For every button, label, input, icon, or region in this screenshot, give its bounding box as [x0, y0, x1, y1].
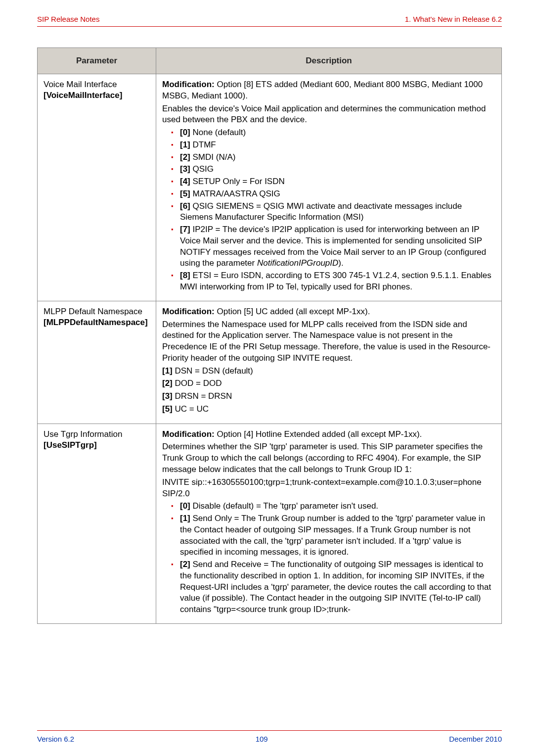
bullet-key: [2] — [180, 560, 190, 569]
list-item: [5] MATRA/AASTRA QSIG — [171, 189, 495, 200]
bullet-key: [6] — [180, 201, 190, 211]
page-header: SIP Release Notes 1. What's New in Relea… — [37, 15, 502, 27]
bullet-val: SMDI (N/A) — [190, 152, 236, 162]
param-cell: Voice Mail Interface [VoiceMailInterface… — [38, 74, 156, 301]
line-key: [5] — [162, 404, 173, 414]
desc-bullets: [0] None (default) [1] DTMF [2] SMDI (N/… — [162, 127, 495, 293]
bullet-val: Send and Receive = The functionality of … — [180, 560, 491, 614]
mod-rest: Option [5] UC added (all except MP-1xx). — [215, 307, 370, 316]
list-item: [1] DTMF — [171, 140, 495, 151]
desc-cell: Modification: Option [8] ETS added (Medi… — [156, 74, 502, 301]
mod-label: Modification: — [162, 307, 215, 316]
desc-cell: Modification: Option [5] UC added (all e… — [156, 301, 502, 424]
footer-right: December 2010 — [449, 735, 502, 743]
desc-code: INVITE sip::+16305550100;tgrp=1;trunk-co… — [162, 477, 495, 500]
bullet-key: [1] — [180, 140, 190, 149]
main-content: Parameter Description Voice Mail Interfa… — [37, 47, 502, 624]
list-item: [2] Send and Receive = The functionality… — [171, 559, 495, 615]
bullet-key: [3] — [180, 164, 190, 174]
param-cell: MLPP Default Namespace [MLPPDefaultNames… — [38, 301, 156, 424]
bullet-val: QSIG — [190, 164, 214, 174]
line-key: [2] — [162, 378, 173, 388]
desc-cell: Modification: Option [4] Hotline Extende… — [156, 424, 502, 623]
line-val: DRSN = DRSN — [173, 391, 232, 401]
desc-intro: Determines the Namespace used for MLPP c… — [162, 319, 495, 364]
bullet-val: SETUP Only = For ISDN — [190, 177, 285, 186]
page-footer: Version 6.2 109 December 2010 — [37, 730, 502, 743]
table-row: MLPP Default Namespace [MLPPDefaultNames… — [38, 301, 502, 424]
bullet-italic: NotificationIPGroupID — [257, 258, 338, 268]
desc-intro: Enables the device's Voice Mail applicat… — [162, 103, 495, 126]
table-row: Voice Mail Interface [VoiceMailInterface… — [38, 74, 502, 301]
bullet-val: Send Only = The Trunk Group number is ad… — [180, 514, 485, 557]
list-item: [3] QSIG — [171, 164, 495, 175]
bullet-val: DTMF — [190, 140, 216, 149]
line-key: [3] — [162, 391, 173, 401]
line-key: [1] — [162, 366, 173, 376]
header-left-text: SIP Release Notes — [37, 15, 99, 23]
header-right-text: 1. What's New in Release 6.2 — [405, 15, 502, 23]
list-item: [4] SETUP Only = For ISDN — [171, 176, 495, 188]
list-item: [6] QSIG SIEMENS = QSIG MWI activate and… — [171, 201, 495, 224]
param-cell: Use Tgrp Information [UseSIPTgrp] — [38, 424, 156, 623]
line-val: UC = UC — [173, 404, 209, 414]
bullet-val: Disable (default) = The 'tgrp' parameter… — [190, 501, 378, 511]
table-row: Use Tgrp Information [UseSIPTgrp] Modifi… — [38, 424, 502, 623]
bullet-key: [0] — [180, 501, 190, 511]
list-item: [8] ETSI = Euro ISDN, according to ETS 3… — [171, 270, 495, 293]
bullet-val: None (default) — [190, 128, 246, 137]
list-item: [7] IP2IP = The device's IP2IP applicati… — [171, 224, 495, 269]
mod-rest: Option [4] Hotline Extended added (all e… — [215, 429, 422, 439]
th-parameter: Parameter — [38, 48, 156, 74]
bullet-key: [5] — [180, 189, 190, 198]
list-item: [1] Send Only = The Trunk Group number i… — [171, 513, 495, 558]
bullet-key: [2] — [180, 152, 190, 162]
mod-label: Modification: — [162, 80, 215, 89]
param-name: MLPP Default Namespace — [44, 307, 142, 316]
mod-label: Modification: — [162, 429, 215, 439]
bullet-key: [0] — [180, 128, 190, 137]
bullet-key: [1] — [180, 514, 190, 523]
footer-left: Version 6.2 — [37, 735, 74, 743]
bullet-key: [7] — [180, 225, 190, 234]
parameter-table: Parameter Description Voice Mail Interfa… — [37, 47, 502, 624]
param-bracket: [MLPPDefaultNamespace] — [44, 318, 148, 327]
bullet-val: ETSI = Euro ISDN, according to ETS 300 7… — [180, 271, 491, 291]
line-val: DOD = DOD — [173, 378, 222, 388]
list-item: [0] Disable (default) = The 'tgrp' param… — [171, 501, 495, 512]
param-name: Voice Mail Interface — [44, 80, 117, 89]
th-description: Description — [156, 48, 502, 74]
desc-bullets: [0] Disable (default) = The 'tgrp' param… — [162, 501, 495, 615]
line-val: DSN = DSN (default) — [173, 366, 253, 376]
bullet-key: [4] — [180, 177, 190, 186]
param-name: Use Tgrp Information — [44, 429, 122, 439]
bullet-key: [8] — [180, 271, 190, 280]
bullet-tail: ). — [338, 258, 343, 268]
desc-intro: Determines whether the SIP 'tgrp' parame… — [162, 441, 495, 475]
list-item: [2] SMDI (N/A) — [171, 152, 495, 163]
footer-center: 109 — [256, 735, 268, 743]
param-bracket: [VoiceMailInterface] — [44, 91, 122, 100]
list-item: [0] None (default) — [171, 127, 495, 139]
bullet-val: MATRA/AASTRA QSIG — [190, 189, 280, 198]
param-bracket: [UseSIPTgrp] — [44, 440, 97, 450]
bullet-val: QSIG SIEMENS = QSIG MWI activate and dea… — [180, 201, 462, 222]
